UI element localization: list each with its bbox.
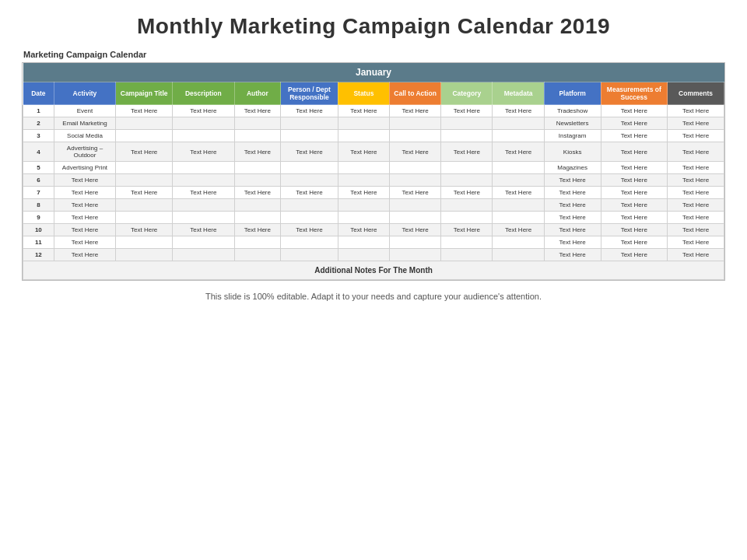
col-header-status: Status [338, 82, 389, 105]
col-header-platform: Platform [544, 82, 601, 105]
col-header-person: Person / Dept Responsible [281, 82, 338, 105]
col-header-cta: Call to Action [389, 82, 440, 105]
table-row: 12Text HereText HereText HereText Here [23, 249, 724, 261]
table-row: 7Text HereText HereText HereText HereTex… [23, 187, 724, 199]
col-header-author: Author [234, 82, 281, 105]
col-header-comments: Comments [668, 82, 724, 105]
month-label: January [23, 63, 724, 82]
table-row: 11Text HereText HereText HereText Here [23, 236, 724, 249]
table-row: 1EventText HereText HereText HereText He… [23, 105, 724, 117]
bottom-note: This slide is 100% editable. Adapt it to… [205, 292, 542, 301]
col-header-measurement: Measurements of Success [601, 82, 667, 105]
table-row: 5Advertising PrintMagazinesText HereText… [23, 162, 724, 174]
section-label: Marketing Campaign Calendar [23, 50, 146, 59]
footer-note: Additional Notes For The Month [23, 261, 724, 280]
col-header-description: Description [173, 82, 234, 105]
col-header-activity: Activity [54, 82, 115, 105]
table-row: 4Advertising – OutdoorText HereText Here… [23, 142, 724, 162]
col-header-category: Category [441, 82, 493, 105]
footer-row: Additional Notes For The Month [23, 261, 724, 280]
month-header-row: January [23, 63, 724, 82]
table-row: 3Social MediaInstagramText HereText Here [23, 130, 724, 142]
table-row: 10Text HereText HereText HereText HereTe… [23, 224, 724, 236]
table-row: 2Email MarketingNewslettersText HereText… [23, 117, 724, 130]
calendar-table-wrapper: January Date Activity Campaign Title Des… [22, 62, 725, 281]
calendar-table: January Date Activity Campaign Title Des… [23, 63, 724, 280]
table-row: 8Text HereText HereText HereText Here [23, 199, 724, 212]
table-row: 9Text HereText HereText HereText Here [23, 212, 724, 224]
col-header-campaign: Campaign Title [116, 82, 173, 105]
col-header-date: Date [23, 82, 54, 105]
table-row: 6Text HereText HereText HereText Here [23, 174, 724, 187]
page-title: Monthly Marketing Campaign Calendar 2019 [137, 14, 610, 39]
col-header-metadata: Metadata [493, 82, 544, 105]
column-headers-row: Date Activity Campaign Title Description… [23, 82, 724, 105]
